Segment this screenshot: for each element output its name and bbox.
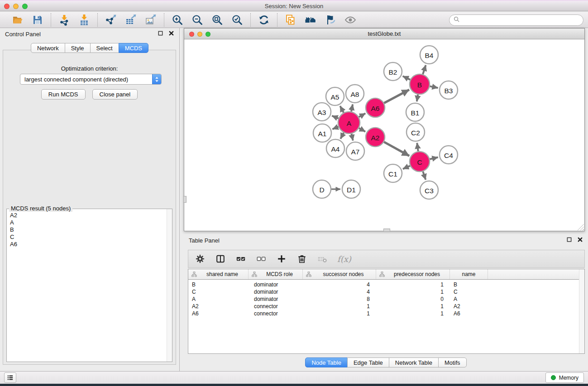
graph-edge-A-A1[interactable] (332, 127, 338, 129)
export-image-icon[interactable] (144, 14, 157, 26)
cell-successor-nodes[interactable]: 1 (303, 310, 376, 317)
network-canvas[interactable]: AA1A2A3A4A5A6A7A8BB1B2B3B4CC1C2C3C4DD1 (184, 40, 584, 231)
graph-edge-A-A2[interactable] (359, 128, 365, 132)
cell-MCDS-role[interactable]: connector (249, 303, 303, 310)
graph-edge-A-A5[interactable] (340, 106, 344, 113)
close-panel-icon[interactable] (168, 30, 174, 38)
mcds-result-item[interactable]: A (10, 219, 166, 226)
network-window-titlebar[interactable]: testGlobe.txt (184, 29, 584, 39)
zoom-in-icon[interactable] (171, 14, 184, 26)
graph-edge-A2-C[interactable] (384, 142, 409, 156)
tab-style[interactable]: Style (65, 43, 91, 53)
graph-node-C1[interactable]: C1 (384, 164, 402, 182)
cell-name[interactable]: A (450, 296, 488, 302)
run-mcds-button[interactable]: Run MCDS (41, 89, 86, 100)
graph-edge-C-C2[interactable] (417, 143, 418, 151)
close-panel-button[interactable]: Close panel (92, 89, 138, 100)
delete-icon[interactable] (296, 253, 307, 264)
graph-node-A7[interactable]: A7 (346, 142, 364, 160)
graph-node-D1[interactable]: D1 (342, 180, 360, 198)
cell-name[interactable]: B (450, 281, 488, 288)
add-icon[interactable] (276, 253, 287, 264)
graph-node-A8[interactable]: A8 (346, 85, 364, 103)
refresh-icon[interactable] (258, 14, 270, 26)
cell-successor-nodes[interactable]: 1 (303, 303, 376, 310)
zoom-selected-icon[interactable] (231, 14, 244, 26)
import-table-icon[interactable] (78, 14, 91, 26)
graph-node-B3[interactable]: B3 (440, 81, 458, 99)
cell-predecessor-nodes[interactable]: 1 (376, 310, 450, 317)
network-close-button[interactable] (189, 32, 194, 37)
export-table-icon[interactable] (124, 14, 137, 26)
cell-successor-nodes[interactable]: 4 (303, 289, 376, 295)
graph-node-A1[interactable]: A1 (313, 124, 331, 142)
table-row[interactable]: Adominator80A (188, 295, 584, 303)
graph-edge-C-C4[interactable] (430, 157, 438, 159)
table-row[interactable]: Cdominator41C (188, 288, 584, 295)
zoom-out-icon[interactable] (191, 14, 204, 26)
mcds-result-item[interactable]: C (10, 234, 166, 241)
task-history-button[interactable] (4, 372, 16, 383)
tab-motifs[interactable]: Motifs (438, 357, 467, 367)
network-zoom-button[interactable] (206, 32, 210, 37)
table-row[interactable]: A2connector11A2 (188, 303, 584, 310)
graph-node-C4[interactable]: C4 (440, 146, 458, 164)
graph-edge-B-B2[interactable] (403, 76, 411, 80)
left-resize-handle[interactable] (183, 196, 186, 203)
graph-node-D[interactable]: D (313, 180, 331, 198)
graph-edge-A-A6[interactable] (359, 113, 366, 117)
memory-button[interactable]: Memory (545, 372, 584, 383)
tab-network[interactable]: Network (31, 43, 65, 53)
export-network-icon[interactable] (105, 14, 117, 26)
tab-node-table[interactable]: Node Table (305, 357, 348, 367)
graph-node-A6[interactable]: A6 (366, 98, 385, 117)
graph-edge-B-B1[interactable] (417, 95, 418, 102)
flag-icon[interactable] (324, 14, 337, 26)
float-panel-icon[interactable] (158, 30, 163, 38)
mcds-result-item[interactable]: B (10, 226, 166, 234)
close-window-button[interactable] (4, 4, 10, 9)
graph-node-C2[interactable]: C2 (406, 123, 425, 141)
graph-node-C3[interactable]: C3 (420, 181, 438, 199)
select-all-icon[interactable] (235, 253, 246, 264)
graph-node-A[interactable]: A (338, 112, 360, 133)
cell-name[interactable]: C (450, 289, 488, 295)
network-minimize-button[interactable] (197, 32, 202, 37)
graph-node-B4[interactable]: B4 (420, 46, 438, 64)
tab-mcds[interactable]: MCDS (119, 43, 148, 53)
graph-edge-A-A8[interactable] (351, 105, 353, 112)
clone-network-icon[interactable] (284, 14, 297, 26)
tab-select[interactable]: Select (90, 43, 119, 53)
table-row[interactable]: Bdominator41B (188, 281, 584, 288)
graph-edge-A-A3[interactable] (332, 116, 339, 119)
graph-node-A4[interactable]: A4 (326, 139, 344, 157)
cell-shared-name[interactable]: A2 (188, 303, 249, 310)
graph-node-A2[interactable]: A2 (366, 128, 385, 147)
minimize-window-button[interactable] (13, 4, 19, 9)
open-session-icon[interactable] (11, 14, 24, 26)
graph-node-A3[interactable]: A3 (313, 103, 331, 121)
cell-shared-name[interactable]: C (188, 289, 249, 295)
column-header-name[interactable]: name (450, 269, 488, 279)
graph-edge-C-C1[interactable] (403, 166, 410, 169)
graph-node-C[interactable]: C (410, 152, 430, 172)
deselect-all-icon[interactable] (256, 253, 267, 264)
import-network-icon[interactable] (58, 14, 71, 26)
optimization-criterion-select[interactable]: largest connected component (directed) (20, 74, 162, 85)
graph-node-B[interactable]: B (410, 74, 430, 94)
cell-predecessor-nodes[interactable]: 1 (376, 281, 450, 288)
gear-icon[interactable] (195, 253, 206, 264)
bottom-resize-handle[interactable] (383, 229, 390, 232)
cell-predecessor-nodes[interactable]: 0 (376, 296, 450, 302)
save-session-icon[interactable] (31, 14, 44, 26)
cell-MCDS-role[interactable]: dominator (249, 289, 303, 295)
show-all-networks-icon[interactable] (304, 14, 317, 26)
cell-MCDS-role[interactable]: dominator (249, 296, 303, 302)
cell-shared-name[interactable]: A (188, 296, 249, 302)
cell-MCDS-role[interactable]: connector (249, 310, 303, 317)
graph-edge-B-B3[interactable] (430, 86, 438, 88)
table-scrollbar[interactable] (579, 269, 584, 353)
column-header-predecessor-nodes[interactable]: predecessor nodes (376, 269, 450, 279)
graph-node-B2[interactable]: B2 (384, 62, 402, 81)
cell-successor-nodes[interactable]: 8 (303, 296, 376, 302)
